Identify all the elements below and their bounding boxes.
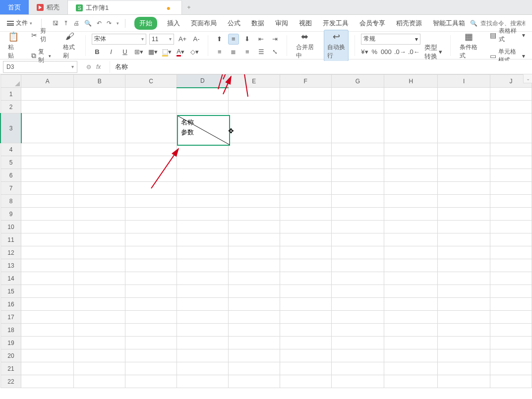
cell[interactable] [74,195,125,208]
cell[interactable] [490,233,532,246]
cell[interactable] [177,285,228,298]
cell[interactable] [490,259,532,272]
col-header-g[interactable]: G [331,75,384,88]
cell[interactable] [280,169,331,182]
cell[interactable] [228,182,280,195]
col-header-i[interactable]: I [438,75,490,88]
undo-icon[interactable]: ↶ [97,20,102,27]
cell[interactable] [125,101,177,114]
cell[interactable] [125,195,177,208]
cell[interactable] [331,169,384,182]
cell[interactable] [228,349,280,362]
cell[interactable] [280,246,331,259]
cell[interactable] [384,182,438,195]
cell[interactable] [74,221,125,233]
cell[interactable] [21,195,74,208]
export-icon[interactable]: ⤒ [63,20,68,27]
cell[interactable] [21,349,74,362]
cell[interactable] [177,88,228,101]
cell[interactable] [74,246,125,259]
cell[interactable] [177,195,228,208]
ribbon-tab-view[interactable]: 视图 [298,17,313,30]
cell[interactable] [228,337,280,349]
row-header[interactable]: 3 [0,114,21,143]
auto-wrap-button[interactable]: ↩ 自动换行 [324,30,349,61]
col-header-c[interactable]: C [125,75,177,88]
cell[interactable] [438,221,490,233]
cell[interactable] [438,195,490,208]
cell[interactable] [228,272,280,285]
cell[interactable] [384,285,438,298]
cell[interactable] [384,298,438,311]
select-all-corner[interactable] [0,75,21,88]
cell[interactable] [384,169,438,182]
cell[interactable] [125,246,177,259]
cell[interactable] [125,272,177,285]
cut-button[interactable]: ✂ 剪切 [29,26,53,45]
cell[interactable] [280,101,331,114]
fill-pattern-button[interactable]: ▦▾ [147,47,158,57]
cell[interactable] [438,208,490,221]
cell[interactable] [21,324,74,337]
cell[interactable] [438,143,490,156]
cell[interactable] [438,233,490,246]
cell[interactable] [490,208,532,221]
cell[interactable] [438,169,490,182]
font-name-select[interactable]: 宋体 ▾ [92,34,146,45]
row-header[interactable]: 18 [0,324,21,337]
col-header-f[interactable]: F [280,75,331,88]
row-header[interactable]: 19 [0,337,21,349]
cell[interactable] [438,259,490,272]
cell[interactable] [384,233,438,246]
cell[interactable] [74,337,125,349]
cell[interactable] [74,285,125,298]
cell[interactable] [280,272,331,285]
increase-indent-button[interactable]: ⇥ [270,34,281,45]
cell[interactable] [331,195,384,208]
row-header[interactable]: 17 [0,311,21,324]
cell[interactable] [177,246,228,259]
ribbon-tab-member[interactable]: 会员专享 [358,17,386,30]
align-right-button[interactable]: ≡ [242,47,253,57]
cell[interactable] [74,272,125,285]
cell[interactable] [490,169,532,182]
cell[interactable] [438,114,490,143]
cell[interactable] [21,208,74,221]
cell[interactable] [228,233,280,246]
cell[interactable] [438,324,490,337]
fx-icon[interactable]: fx [96,63,101,70]
align-left-button[interactable]: ≡ [214,47,225,57]
cell[interactable] [490,88,532,101]
cell[interactable] [490,195,532,208]
cell[interactable] [21,337,74,349]
cell[interactable] [490,298,532,311]
fill-color-button[interactable]: ⬚▾ [161,47,172,57]
bold-button[interactable]: B [92,47,103,57]
cell[interactable] [331,88,384,101]
cond-format-button[interactable]: ▦ 条件格式 [457,30,481,61]
cell[interactable] [21,169,74,182]
cell[interactable] [228,362,280,375]
cell[interactable] [125,259,177,272]
border-button[interactable]: ⊞▾ [133,47,144,57]
cell[interactable] [280,182,331,195]
cell[interactable] [331,233,384,246]
cell[interactable] [21,221,74,233]
cell[interactable] [21,233,74,246]
cell[interactable] [21,246,74,259]
clear-format-button[interactable]: ◇▾ [189,47,200,57]
cell[interactable] [177,298,228,311]
cell[interactable] [125,298,177,311]
font-size-select[interactable]: 11 ▾ [149,34,174,45]
cell[interactable] [74,362,125,375]
cell[interactable] [331,246,384,259]
cell[interactable] [228,156,280,169]
qat-dropdown-icon[interactable]: ▾ [117,21,119,26]
paste-button[interactable]: 📋 粘贴 [5,30,22,61]
cell[interactable] [384,156,438,169]
cell[interactable] [280,88,331,101]
cell[interactable] [228,208,280,221]
cell[interactable] [74,324,125,337]
cell[interactable] [74,208,125,221]
cell[interactable] [331,143,384,156]
